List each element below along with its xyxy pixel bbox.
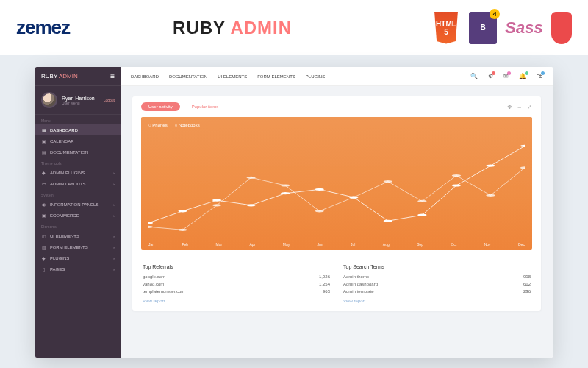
svg-point-1 xyxy=(178,210,187,212)
table-row: templatemonster.com963 xyxy=(143,288,330,295)
topnav-plugins[interactable]: PLUGINS xyxy=(306,74,325,79)
logout-link[interactable]: Logout xyxy=(104,98,115,102)
legend-notebooks[interactable]: Notebooks xyxy=(175,123,200,127)
topnav-dashboard[interactable]: DASHBOARD xyxy=(131,74,159,79)
svg-point-21 xyxy=(452,174,461,177)
vendor-logo: zemez xyxy=(16,16,70,39)
layout-icon: ▭ xyxy=(41,181,46,186)
card-minimize-icon[interactable]: – xyxy=(518,104,521,110)
brand: RUBY ADMIN xyxy=(41,73,78,79)
svg-point-17 xyxy=(315,210,324,212)
sass-icon: Sass xyxy=(506,12,542,44)
table-row: google.com1,926 xyxy=(143,273,330,280)
dashboard-icon: ▦ xyxy=(41,127,46,132)
pages-icon: ▯ xyxy=(41,266,46,272)
svg-point-23 xyxy=(520,166,525,169)
chevron-right-icon: › xyxy=(113,171,115,175)
svg-point-15 xyxy=(246,177,255,179)
chevron-right-icon: › xyxy=(113,256,115,261)
tabs-row: User activity Popular items ✥ – ⤢ xyxy=(132,96,541,117)
chevron-right-icon: › xyxy=(113,182,115,186)
svg-point-20 xyxy=(417,200,426,202)
search-icon[interactable]: 🔍 xyxy=(470,73,478,79)
user-name: Ryan Harrison xyxy=(62,96,95,101)
form-icon: ▥ xyxy=(41,244,46,250)
card-actions: ✥ – ⤢ xyxy=(507,104,532,110)
svg-point-9 xyxy=(452,184,461,186)
card-move-icon[interactable]: ✥ xyxy=(507,104,512,110)
sidebar-item-documentation[interactable]: ▤DOCUMENTATION xyxy=(35,146,121,158)
table-row: Admin theme998 xyxy=(343,273,531,280)
chevron-right-icon: › xyxy=(113,202,115,207)
table-row: yahoo.com1,254 xyxy=(143,280,330,288)
gulp-icon xyxy=(551,12,572,44)
app-window: RUBY ADMIN ≡ Ryan Harrison User Menu Log… xyxy=(35,67,553,358)
sidebar-item-ui-elements[interactable]: ◫UI ELEMENTS› xyxy=(35,230,121,241)
search-terms-title: Top Search Terms xyxy=(343,264,531,269)
card-expand-icon[interactable]: ⤢ xyxy=(527,104,532,110)
product-title: RUBY ADMIN xyxy=(173,18,292,38)
sidebar-item-dashboard[interactable]: ▦DASHBOARD xyxy=(35,124,121,135)
plugin2-icon: ◆ xyxy=(41,255,46,261)
svg-point-5 xyxy=(315,188,324,191)
user-profile[interactable]: Ryan Harrison User Menu Logout xyxy=(35,86,121,115)
sidebar-item-ecommerce[interactable]: ▣ECOMMERCE› xyxy=(35,210,121,221)
svg-point-2 xyxy=(212,199,221,201)
svg-point-18 xyxy=(349,196,358,198)
legend-phones[interactable]: Phones xyxy=(148,123,168,127)
chevron-right-icon: › xyxy=(113,267,115,272)
topnav-documentation[interactable]: DOCUMENTATION xyxy=(169,74,207,79)
svg-point-11 xyxy=(520,145,525,147)
activity-card: User activity Popular items ✥ – ⤢ Phones… xyxy=(132,96,541,311)
sidebar-section-theme: Theme tools xyxy=(35,158,121,167)
content: User activity Popular items ✥ – ⤢ Phones… xyxy=(121,86,553,358)
sidebar-item-admin-layouts[interactable]: ▭ADMIN LAYOUTS› xyxy=(35,178,121,189)
sidebar-item-pages[interactable]: ▯PAGES› xyxy=(35,263,121,275)
hero-banner: zemez RUBY ADMIN HTML5 B Sass xyxy=(0,0,588,55)
sidebar-item-plugins[interactable]: ◆PLUGINS› xyxy=(35,252,121,263)
html5-icon: HTML5 xyxy=(432,12,460,44)
svg-point-3 xyxy=(246,204,255,206)
plugin-icon: ◆ xyxy=(41,170,46,175)
menu-toggle-icon[interactable]: ≡ xyxy=(110,72,115,80)
user-meta: User Menu xyxy=(62,101,95,105)
bell-icon[interactable]: 🔔 xyxy=(519,73,526,79)
topnav-ui-elements[interactable]: UI ELEMENTS xyxy=(218,74,247,79)
sidebar-section-menu: Menu xyxy=(35,115,121,124)
svg-point-14 xyxy=(212,204,221,206)
sidebar-item-info-panels[interactable]: ◉INFORMATION PANELS› xyxy=(35,199,121,210)
chevron-right-icon: › xyxy=(113,245,115,250)
tab-user-activity[interactable]: User activity xyxy=(141,102,180,111)
svg-point-8 xyxy=(417,214,426,216)
ui-icon: ◫ xyxy=(41,233,46,238)
view-report-link[interactable]: View report xyxy=(343,299,531,303)
view-report-link[interactable]: View report xyxy=(143,299,330,303)
svg-point-22 xyxy=(486,194,495,197)
tech-badges: HTML5 B Sass xyxy=(432,12,572,44)
sidebar-item-admin-plugins[interactable]: ◆ADMIN PLUGINS› xyxy=(35,167,121,178)
bottom-tables: Top Referrals google.com1,926 yahoo.com1… xyxy=(132,257,541,311)
svg-point-13 xyxy=(178,229,187,231)
table-row: Admin template236 xyxy=(343,288,531,295)
top-referrals: Top Referrals google.com1,926 yahoo.com1… xyxy=(143,264,330,303)
avatar xyxy=(41,92,57,108)
sidebar-section-elements: Elements xyxy=(35,221,121,230)
mail-icon[interactable]: ✉ xyxy=(503,73,509,79)
svg-point-4 xyxy=(281,192,290,194)
referrals-title: Top Referrals xyxy=(143,264,330,269)
chart-area xyxy=(148,136,525,235)
chart-legend: Phones Notebooks xyxy=(148,123,525,127)
sidebar-item-form-elements[interactable]: ▥FORM ELEMENTS› xyxy=(35,241,121,252)
table-row: Admin dashboard612 xyxy=(343,280,531,288)
cart-icon: ▣ xyxy=(41,213,46,218)
sidebar-item-calendar[interactable]: ▣CALENDAR xyxy=(35,135,121,146)
chart: Phones Notebooks JanFebMarAprMayJunJulAu… xyxy=(141,117,532,250)
tab-popular-items[interactable]: Popular items xyxy=(184,102,226,111)
bootstrap-icon: B xyxy=(469,12,497,44)
settings-icon[interactable]: ⚙ xyxy=(488,73,493,79)
topnav-form-elements[interactable]: FORM ELEMENTS xyxy=(257,74,295,79)
bag-icon[interactable]: 🛍 xyxy=(537,73,542,79)
sidebar: RUBY ADMIN ≡ Ryan Harrison User Menu Log… xyxy=(35,67,121,358)
svg-point-0 xyxy=(148,222,153,224)
main-area: DASHBOARD DOCUMENTATION UI ELEMENTS FORM… xyxy=(121,67,553,358)
